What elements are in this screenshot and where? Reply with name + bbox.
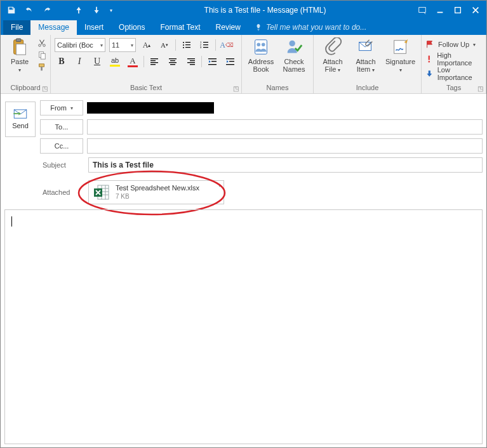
signature-label: Signature [385,58,415,65]
window-buttons [418,6,486,15]
tab-message[interactable]: Message [30,20,77,35]
svg-point-7 [43,44,46,47]
tab-insert[interactable]: Insert [77,20,111,35]
subject-input[interactable]: This is a Test file [88,157,483,173]
italic-button[interactable]: I [72,55,86,69]
to-input[interactable] [87,119,483,135]
attachment-item[interactable]: Test Spreadsheet New.xlsx 7 KB ▾ [88,180,224,204]
text-highlight-icon[interactable]: ab [108,55,122,69]
group-include: Attach File ▾ Attach Item ▾ Signature▾ I… [314,35,422,93]
svg-rect-42 [255,40,267,55]
paste-button[interactable]: Paste▾ [4,36,35,76]
tell-me-search[interactable]: Tell me what you want to do... [248,20,373,35]
send-icon [13,109,27,119]
increase-indent-icon[interactable] [223,55,237,69]
from-button[interactable]: From▾ [40,100,83,115]
maximize-icon[interactable] [453,6,462,15]
svg-point-44 [262,43,265,46]
undo-icon[interactable] [25,6,34,15]
paste-icon [10,37,29,56]
attach-file-button[interactable]: Attach File ▾ [317,36,348,76]
shrink-font-icon[interactable]: A▾ [157,38,171,52]
svg-rect-19 [203,42,208,43]
previous-item-icon[interactable] [74,6,83,15]
attach-item-button[interactable]: Attach Item ▾ [350,36,381,76]
tags-launcher-icon[interactable]: ◳ [477,84,483,94]
send-button[interactable]: Send [5,102,36,137]
tab-review[interactable]: Review [208,20,248,35]
svg-rect-5 [16,44,25,55]
attached-label: Attached [40,188,84,196]
close-icon[interactable] [471,6,480,15]
attachment-dropdown-icon[interactable]: ▾ [218,183,221,188]
quick-access-toolbar: ▾ [1,6,112,15]
bullets-icon[interactable] [180,38,194,52]
group-names: Address Book Check Names Names [242,35,314,93]
copy-icon[interactable] [37,51,46,60]
paperclip-icon [323,37,342,56]
basic-text-launcher-icon[interactable]: ◳ [233,84,239,94]
underline-button[interactable]: U [90,55,104,69]
lightbulb-icon [255,23,262,31]
font-name: Calibri (Boc [57,41,93,49]
svg-rect-15 [185,44,190,45]
bold-button[interactable]: B [55,55,69,69]
high-importance-label: High Importance [437,51,482,67]
qat-customize-icon[interactable]: ▾ [110,8,112,13]
redo-icon[interactable] [43,6,51,15]
tab-format-text[interactable]: Format Text [152,20,208,35]
svg-rect-38 [208,64,217,65]
signature-button[interactable]: Signature▾ [384,36,417,76]
from-label: From [50,104,67,112]
from-value-redacted [87,102,214,114]
svg-rect-26 [150,62,158,63]
minimize-icon[interactable] [436,6,444,15]
excel-file-icon [93,183,110,201]
svg-rect-11 [41,67,43,70]
text-cursor [11,216,12,227]
check-names-button[interactable]: Check Names [279,36,309,74]
align-center-icon[interactable] [166,55,180,69]
high-importance-icon [425,55,433,63]
address-book-button[interactable]: Address Book [246,36,276,74]
cc-button[interactable]: Cc... [40,138,83,154]
font-color-icon[interactable]: A [126,55,140,69]
svg-rect-24 [150,58,158,59]
font-selector[interactable]: Calibri (Boc▾ [55,38,105,52]
svg-rect-34 [187,62,195,63]
svg-point-12 [183,42,184,43]
next-item-icon[interactable] [92,6,101,15]
high-importance-button[interactable]: High Importance [425,53,482,65]
svg-rect-39 [226,58,234,59]
ribbon: Paste▾ Clipboard◳ Calibri (Boc▾ 11▾ A▴ A… [1,35,486,94]
grow-font-icon[interactable]: A▴ [140,38,154,52]
clear-formatting-icon[interactable]: A⌫ [220,38,234,52]
clipboard-launcher-icon[interactable]: ◳ [42,84,48,94]
svg-text:3: 3 [200,46,202,49]
svg-rect-9 [41,53,45,59]
save-icon[interactable] [7,6,16,15]
svg-rect-2 [455,8,461,13]
numbering-icon[interactable]: 123 [197,38,211,52]
to-button[interactable]: To... [40,119,83,135]
decrease-indent-icon[interactable] [206,55,220,69]
tab-options[interactable]: Options [111,20,152,35]
cc-input[interactable] [87,138,483,154]
svg-point-16 [183,47,184,48]
svg-rect-25 [150,60,156,61]
follow-up-label: Follow Up [438,41,469,48]
address-book-label: Address Book [248,58,274,73]
align-right-icon[interactable] [183,55,197,69]
align-left-icon[interactable] [148,55,162,69]
font-size-selector[interactable]: 11▾ [109,38,136,52]
ribbon-display-options-icon[interactable] [418,6,427,15]
low-importance-button[interactable]: Low Importance [425,67,482,80]
follow-up-button[interactable]: Follow Up ▾ [425,38,476,51]
group-label-include: Include [317,82,417,93]
svg-rect-40 [229,61,234,62]
tab-file[interactable]: File [3,20,30,35]
svg-rect-29 [170,60,175,61]
format-painter-icon[interactable] [37,63,46,72]
cut-icon[interactable] [37,39,46,48]
message-body-editor[interactable] [4,209,483,444]
